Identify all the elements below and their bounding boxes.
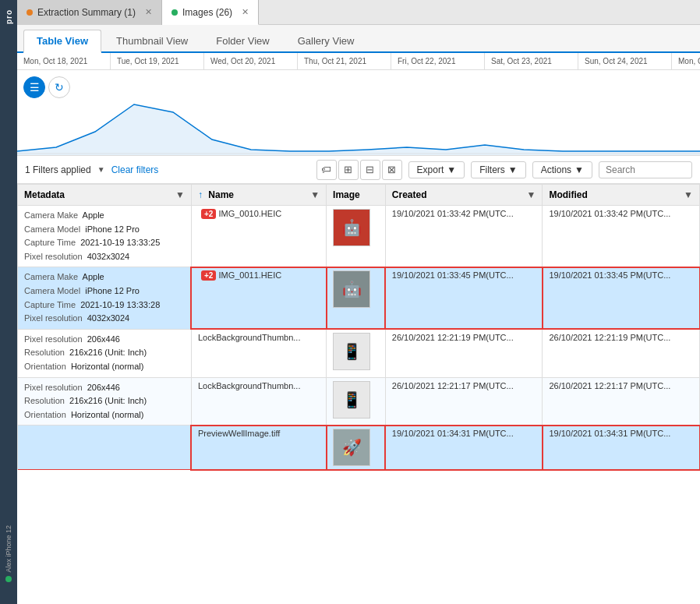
metadata-line: Pixel resolution 206x446 (24, 381, 185, 395)
clear-filters-link[interactable]: Clear filters (111, 164, 159, 175)
table-header-row: Metadata ▼ ↑ Name ▼ Image Created ▼ (18, 185, 700, 206)
timeline-bar: Mon, Oct 18, 2021 Tue, Oct 19, 2021 Wed,… (17, 53, 700, 70)
timeline-item-0: Mon, Oct 18, 2021 (17, 53, 111, 69)
col-name-label: Name (208, 189, 234, 200)
actions-button[interactable]: Actions ▼ (532, 161, 592, 178)
table-row[interactable]: Camera Make AppleCamera Model iPhone 12 … (18, 267, 700, 329)
filters-label: Filters (479, 164, 505, 175)
metadata-line: Resolution 216x216 (Unit: Inch) (24, 346, 185, 360)
view-tab-table[interactable]: Table View (23, 30, 101, 53)
metadata-line: Pixel resolution 4032x3024 (24, 250, 185, 264)
svg-marker-0 (17, 104, 700, 155)
col-header-image: Image (327, 185, 386, 206)
image-icon: 📱 (342, 342, 362, 361)
view-tab-gallery[interactable]: Gallery View (285, 30, 368, 51)
tab-dot-extraction (27, 9, 33, 16)
col-metadata-sort: ▼ (175, 189, 185, 200)
metadata-line: Capture Time 2021-10-19 13:33:25 (24, 236, 185, 250)
search-input[interactable] (599, 161, 692, 178)
badge-plus: +2 (201, 209, 216, 219)
table-container: Metadata ▼ ↑ Name ▼ Image Created ▼ (17, 184, 700, 604)
metadata-line: Camera Make Apple (24, 270, 185, 284)
export-dropdown-icon: ▼ (447, 164, 456, 175)
meta-value: Horizontal (normal) (71, 410, 144, 419)
tab-extraction-label: Extraction Summary (1) (37, 7, 136, 18)
sort-view-btn[interactable]: ⊠ (382, 160, 402, 180)
table-row[interactable]: Pixel resolution 206x446Resolution 216x2… (18, 377, 700, 426)
cell-metadata (18, 426, 192, 470)
cell-modified: 19/10/2021 01:33:45 PM(UTC... (543, 267, 700, 329)
tag-icon-btn[interactable]: 🏷 (316, 160, 337, 180)
image-icon: 🤖 (342, 218, 362, 237)
image-icon: 🤖 (342, 280, 362, 298)
meta-value: 4032x3024 (87, 252, 129, 261)
image-icon: 📱 (342, 390, 362, 409)
col-header-name[interactable]: ↑ Name ▼ (191, 185, 326, 206)
main-content: Extraction Summary (1) ✕ Images (26) ✕ T… (17, 0, 700, 604)
meta-value: 2021-10-19 13:33:28 (80, 300, 160, 309)
view-tabs-bar: Table View Thumbnail View Folder View Ga… (17, 25, 700, 53)
name-sort-icon: ↑ (198, 189, 203, 200)
col-header-metadata[interactable]: Metadata ▼ (18, 185, 192, 206)
column-view-btn[interactable]: ⊞ (338, 160, 359, 180)
filters-button[interactable]: Filters ▼ (471, 161, 526, 178)
timeline-item-1: Tue, Oct 19, 2021 (111, 53, 204, 69)
meta-value: 4032x3024 (87, 313, 129, 323)
timeline-item-2: Wed, Oct 20, 2021 (204, 53, 298, 69)
meta-key: Resolution (24, 396, 69, 405)
metadata-line: Camera Model iPhone 12 Pro (24, 223, 185, 237)
tab-extraction[interactable]: Extraction Summary (1) ✕ (17, 0, 162, 25)
table-row[interactable]: Camera Make AppleCamera Model iPhone 12 … (18, 206, 700, 267)
timeline-item-7: Mon, Oct 25, 2021 (672, 53, 700, 69)
meta-key: Pixel resolution (24, 313, 87, 323)
meta-key: Resolution (24, 348, 69, 357)
col-modified-label: Modified (549, 189, 587, 200)
tab-images-close[interactable]: ✕ (242, 7, 249, 17)
filters-dropdown-icon: ▼ (508, 164, 518, 175)
col-name-filter: ▼ (310, 189, 320, 200)
table-row[interactable]: Pixel resolution 206x446Resolution 216x2… (18, 329, 700, 377)
icon-group-actions: 🏷 ⊞ ⊟ ⊠ (316, 160, 402, 180)
view-tab-gallery-label: Gallery View (298, 35, 355, 47)
tab-extraction-close[interactable]: ✕ (145, 7, 152, 17)
table-row[interactable]: PreviewWellImage.tiff🚀19/10/2021 01:34:3… (18, 426, 700, 470)
user-label: Alex iPhone 12 (5, 525, 12, 573)
cell-modified: 26/10/2021 12:21:17 PM(UTC... (543, 377, 700, 426)
meta-value: iPhone 12 Pro (85, 286, 140, 295)
cell-metadata: Pixel resolution 206x446Resolution 216x2… (18, 377, 192, 426)
cell-image: 📱 (327, 329, 386, 377)
meta-key: Camera Model (24, 224, 85, 234)
timeline-item-5: Sat, Oct 23, 2021 (485, 53, 578, 69)
sidebar: pro Alex iPhone 12 (0, 0, 17, 604)
metadata-line: Capture Time 2021-10-19 13:33:28 (24, 298, 185, 313)
meta-value: Apple (83, 210, 104, 220)
col-created-sort: ▼ (527, 189, 536, 200)
cell-metadata: Camera Make AppleCamera Model iPhone 12 … (18, 206, 192, 267)
image-thumbnail: 📱 (333, 381, 370, 419)
metadata-line: Camera Make Apple (24, 209, 185, 223)
timeline-chart (17, 89, 700, 155)
export-label: Export (417, 164, 444, 175)
meta-key: Pixel resolution (24, 252, 87, 261)
tab-images[interactable]: Images (26) ✕ (162, 0, 259, 25)
meta-value: 216x216 (Unit: Inch) (69, 348, 147, 357)
cell-image: 🚀 (327, 426, 386, 470)
meta-key: Orientation (24, 362, 71, 371)
col-metadata-label: Metadata (24, 189, 65, 200)
cell-created: 26/10/2021 12:21:17 PM(UTC... (385, 377, 543, 426)
meta-key: Camera Model (24, 286, 85, 295)
export-button[interactable]: Export ▼ (408, 161, 465, 178)
col-header-created[interactable]: Created ▼ (385, 185, 543, 206)
filters-applied-text: 1 Filters applied (25, 164, 91, 175)
filter-view-btn[interactable]: ⊟ (360, 160, 380, 180)
cell-name: +2 IMG_0010.HEIC (191, 206, 326, 267)
col-image-label: Image (333, 189, 360, 200)
tab-images-label: Images (26) (182, 7, 232, 18)
col-header-modified[interactable]: Modified ▼ (543, 185, 700, 206)
meta-value: 206x446 (87, 383, 120, 392)
status-dot (5, 576, 12, 582)
view-tab-folder[interactable]: Folder View (203, 30, 282, 51)
cell-name: LockBackgroundThumbn... (191, 329, 326, 377)
view-tab-thumbnail-label: Thumbnail View (116, 35, 188, 47)
view-tab-thumbnail[interactable]: Thumbnail View (103, 30, 201, 51)
